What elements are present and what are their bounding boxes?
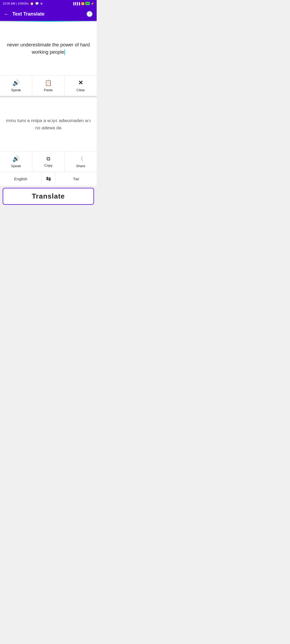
alarm-icon: ⏰ xyxy=(30,2,34,5)
status-right: ▐▐▐▐ 📶 63 ⚡ xyxy=(73,2,94,5)
translate-button-label: Translate xyxy=(32,192,65,200)
paste-label: Paste xyxy=(44,88,53,92)
translation-text: mmu tumi a nnipa a wɔyɛ adwumaden wɔ no … xyxy=(4,117,92,131)
speak-source-icon: 🔊 xyxy=(12,79,20,86)
speak-source-button[interactable]: 🔊 Speak xyxy=(0,76,32,96)
status-left: 10:05 AM | 145KB/s ⏰ 💬 ⊕ xyxy=(3,2,43,5)
charging-icon: ⚡ xyxy=(91,2,94,5)
battery-indicator: 63 xyxy=(85,2,90,5)
speak-translation-label: Speak xyxy=(11,164,21,168)
translation-text-area: mmu tumi a nnipa a wɔyɛ adwumaden wɔ no … xyxy=(0,97,97,151)
swap-languages-button[interactable]: ⇆ xyxy=(41,172,55,186)
copy-label: Copy xyxy=(44,163,52,167)
signal-icon: ▐▐▐▐ xyxy=(73,2,80,5)
speak-source-label: Speak xyxy=(11,88,21,92)
text-cursor xyxy=(64,49,65,55)
whatsapp-icon: 💬 xyxy=(35,2,39,5)
paste-icon: 📋 xyxy=(45,79,52,86)
app-title: Text Translate xyxy=(12,11,86,17)
share-icon: 〈 xyxy=(78,155,83,162)
speak-translation-button[interactable]: 🔊 Speak xyxy=(0,151,32,172)
wifi-icon: 📶 xyxy=(81,2,84,5)
source-text: never underestimate the power of hard wo… xyxy=(4,41,92,56)
paste-button[interactable]: 📋 Paste xyxy=(32,76,64,96)
status-bar: 10:05 AM | 145KB/s ⏰ 💬 ⊕ ▐▐▐▐ 📶 63 ⚡ xyxy=(0,0,97,7)
bottom-area: English ⇆ Twi Translate xyxy=(0,172,97,205)
translate-button[interactable]: Translate xyxy=(3,188,94,205)
vpn-icon: ⊕ xyxy=(40,2,43,5)
target-language-label: Twi xyxy=(73,177,79,181)
share-label: Share xyxy=(76,164,85,168)
target-language-button[interactable]: Twi xyxy=(55,172,97,186)
clear-icon: ✕ xyxy=(78,79,83,86)
back-button[interactable]: ← xyxy=(4,11,9,17)
copy-button[interactable]: ⧉ Copy xyxy=(32,151,64,172)
app-bar: ← Text Translate 🕐 xyxy=(0,7,97,21)
clear-button[interactable]: ✕ Clear xyxy=(65,76,97,96)
share-button[interactable]: 〈 Share xyxy=(65,151,97,172)
translation-action-row: 🔊 Speak ⧉ Copy 〈 Share xyxy=(0,151,97,172)
swap-icon: ⇆ xyxy=(46,175,51,182)
language-bar: English ⇆ Twi xyxy=(0,172,97,186)
source-language-label: English xyxy=(14,177,27,181)
clear-label: Clear xyxy=(77,88,85,92)
copy-icon: ⧉ xyxy=(46,156,50,162)
speak-translation-icon: 🔊 xyxy=(12,155,20,162)
source-text-area[interactable]: never underestimate the power of hard wo… xyxy=(0,22,97,75)
source-language-button[interactable]: English xyxy=(0,172,41,186)
source-action-row: 🔊 Speak 📋 Paste ✕ Clear xyxy=(0,75,97,96)
history-button[interactable]: 🕐 xyxy=(86,11,93,17)
status-time: 10:05 AM | 145KB/s xyxy=(3,2,29,5)
